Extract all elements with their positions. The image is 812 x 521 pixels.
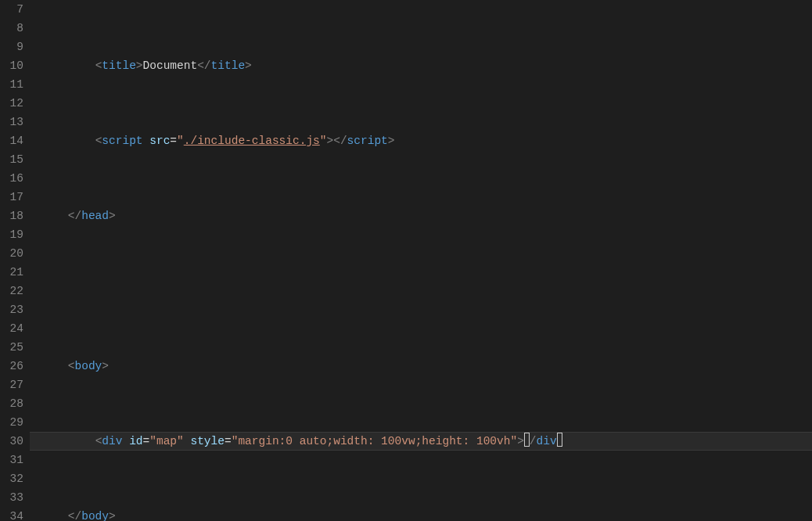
line-number: 31 xyxy=(0,451,23,469)
line-number: 8 xyxy=(0,19,23,38)
line-number-gutter: 7891011121314151617181920212223242526272… xyxy=(0,0,30,521)
line-number: 20 xyxy=(0,244,23,263)
code-line[interactable]: </body> xyxy=(30,507,812,521)
line-number: 26 xyxy=(0,357,23,375)
line-number: 27 xyxy=(0,375,23,394)
line-number: 30 xyxy=(0,432,23,451)
line-number: 29 xyxy=(0,413,23,432)
code-editor[interactable]: 7891011121314151617181920212223242526272… xyxy=(0,0,812,521)
code-line[interactable]: </head> xyxy=(30,207,812,225)
code-content[interactable]: <title>Document</title> <script src="./i… xyxy=(30,0,812,521)
line-number: 34 xyxy=(0,507,23,521)
line-number: 15 xyxy=(0,150,23,169)
line-number: 21 xyxy=(0,263,23,282)
line-number: 25 xyxy=(0,338,23,357)
line-number: 10 xyxy=(0,56,23,75)
bracket-match-box xyxy=(557,433,562,447)
code-line[interactable]: <script src="./include-classic.js"></scr… xyxy=(30,131,812,150)
code-line-active[interactable]: <div id="map" style="margin:0 auto;width… xyxy=(30,432,812,451)
line-number: 33 xyxy=(0,488,23,507)
line-number: 23 xyxy=(0,300,23,319)
line-number: 12 xyxy=(0,94,23,113)
line-number: 9 xyxy=(0,38,23,56)
line-number: 7 xyxy=(0,0,23,19)
code-line[interactable]: <title>Document</title> xyxy=(30,56,812,75)
line-number: 13 xyxy=(0,113,23,131)
bracket-match-box xyxy=(524,433,530,447)
line-number: 18 xyxy=(0,207,23,225)
line-number: 22 xyxy=(0,282,23,300)
code-line[interactable] xyxy=(30,282,812,300)
line-number: 19 xyxy=(0,225,23,244)
line-number: 14 xyxy=(0,131,23,150)
code-line[interactable]: <body> xyxy=(30,357,812,375)
line-number: 28 xyxy=(0,394,23,413)
line-number: 24 xyxy=(0,319,23,338)
line-number: 11 xyxy=(0,75,23,94)
line-number: 32 xyxy=(0,469,23,488)
line-number: 17 xyxy=(0,188,23,207)
line-number: 16 xyxy=(0,169,23,188)
